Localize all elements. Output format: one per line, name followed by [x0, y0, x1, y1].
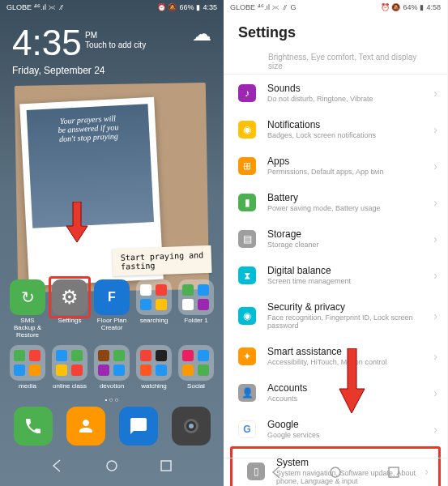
home-screen: GLOBE ⁴⁶.ıl ⩙ ⫽ ⏰ 🔕 66% ▮ 4:35 4:35 PM T… [0, 0, 224, 486]
settings-list[interactable]: ♪SoundsDo not disturb, Ringtone, Vibrate… [224, 75, 447, 486]
page-indicator[interactable]: • ○ ○ [6, 396, 217, 403]
folder-searching[interactable]: searching [135, 279, 173, 339]
status-bar: GLOBE ⁴⁶.ıl ⩙ ⫽ ⏰ 🔕 66% ▮ 4:35 [0, 0, 224, 15]
folder-media[interactable]: media [9, 345, 46, 390]
weather-icon[interactable]: ☁ [192, 23, 211, 45]
svg-point-3 [107, 461, 117, 471]
svg-point-5 [331, 467, 340, 477]
folder-social[interactable]: Social [177, 345, 215, 390]
google-icon: G [238, 420, 256, 438]
annotation-arrow-icon [338, 348, 366, 413]
settings-item-digital-balance[interactable]: ⧗Digital balanceScreen time management› [224, 257, 447, 293]
accounts-icon: 👤 [238, 384, 256, 402]
app-floorplan[interactable]: FFloor Plan Creator [93, 279, 130, 339]
app-sms-backup[interactable]: ↻SMS Backup & Restore [9, 279, 46, 339]
add-city-label: Touch to add city [85, 40, 146, 49]
settings-item-smart-assistance[interactable]: ✦Smart assistanceAccessibility, HiTouch,… [224, 338, 447, 374]
battery-percent: 66% [179, 3, 194, 11]
sounds-icon: ♪ [238, 84, 256, 102]
folder-1[interactable]: Folder 1 [177, 279, 215, 339]
dock-phone[interactable] [14, 407, 53, 446]
svg-point-2 [189, 424, 194, 428]
settings-item-security[interactable]: ◉Security & privacyFace recognition, Fin… [224, 293, 447, 338]
shield-icon: ◉ [238, 307, 256, 325]
chevron-right-icon: › [433, 160, 437, 173]
nav-recent[interactable] [159, 458, 173, 473]
app-row-2: media online class devotion watching Soc… [6, 345, 217, 390]
signal-icon: ⁴⁶.ıl ⩙ ⫽ [34, 3, 65, 11]
chevron-right-icon: › [433, 386, 437, 399]
battery-icon: ▮ [238, 194, 256, 211]
annotation-arrow-icon [65, 202, 89, 242]
nav-recent[interactable] [386, 465, 401, 480]
settings-item-google[interactable]: GGoogleGoogle services› [224, 411, 447, 447]
app-row-1: ↻SMS Backup & Restore ⚙Settings FFloor P… [6, 279, 217, 339]
chevron-right-icon: › [433, 350, 437, 363]
settings-item-notifications[interactable]: ◉NotificationsBadges, Lock screen notifi… [224, 111, 447, 147]
dock-camera[interactable] [172, 407, 211, 446]
date-display: Friday, September 24 [12, 65, 146, 76]
carrier-label: GLOBE [230, 3, 255, 11]
chevron-right-icon: › [433, 423, 437, 436]
nav-home[interactable] [328, 465, 343, 480]
carrier-label: GLOBE [6, 3, 32, 11]
apps-icon: ⊞ [238, 157, 256, 175]
chevron-right-icon: › [433, 123, 437, 136]
nav-bar [224, 458, 447, 486]
chevron-right-icon: › [433, 232, 437, 245]
status-time: 4:35 [203, 3, 217, 11]
dock [6, 407, 217, 446]
svg-rect-4 [161, 461, 171, 471]
clock-widget[interactable]: 4:35 PM Touch to add city Friday, Septem… [0, 15, 224, 80]
widget-photo: Your prayers will be answered if you don… [16, 84, 207, 291]
settings-header: Settings [224, 15, 447, 48]
digital-balance-icon: ⧗ [238, 266, 256, 284]
dock-messages[interactable] [119, 407, 158, 446]
storage-icon: ▤ [238, 230, 256, 248]
notifications-icon: ◉ [238, 121, 256, 139]
battery-icon: ▮ [420, 3, 424, 11]
folder-watching[interactable]: watching [135, 345, 173, 390]
chevron-right-icon: › [433, 269, 437, 282]
status-bar: GLOBE ⁴⁶.ıl ⩙ ⫽ G ⏰ 🔕 64% ▮ 4:58 [224, 0, 447, 15]
nav-back[interactable] [270, 465, 284, 480]
chevron-right-icon: › [433, 87, 437, 100]
settings-item-accounts[interactable]: 👤AccountsAccounts› [224, 374, 447, 411]
settings-item-sounds[interactable]: ♪SoundsDo not disturb, Ringtone, Vibrate… [224, 75, 447, 111]
app-settings[interactable]: ⚙Settings [51, 279, 88, 339]
ampm-label: PM [85, 31, 97, 40]
chevron-right-icon: › [433, 309, 437, 322]
smart-assist-icon: ✦ [238, 347, 256, 365]
battery-icon: ▮ [196, 3, 200, 11]
time-display: 4:35 [12, 23, 82, 63]
battery-percent: 64% [403, 3, 417, 11]
dock-contacts[interactable] [66, 407, 105, 446]
page-title: Settings [238, 24, 433, 41]
svg-rect-6 [389, 467, 399, 477]
folder-devotion[interactable]: devotion [93, 345, 130, 390]
signal-icon: ⁴⁶.ıl ⩙ ⫽ G [258, 3, 297, 11]
settings-item-storage[interactable]: ▤StorageStorage cleaner› [224, 220, 447, 257]
note-sticker: Start praying and fasting [112, 245, 211, 276]
display-item-sub[interactable]: Brightness, Eye comfort, Text and displa… [224, 48, 447, 75]
chevron-right-icon: › [433, 196, 437, 209]
folder-online-class[interactable]: online class [51, 345, 88, 390]
alarm-icon: ⏰ 🔕 [157, 3, 177, 11]
settings-item-battery[interactable]: ▮BatteryPower saving mode, Battery usage… [224, 184, 447, 220]
alarm-icon: ⏰ 🔕 [381, 3, 401, 11]
annotation-highlight [49, 276, 91, 318]
status-time: 4:58 [426, 3, 441, 11]
nav-home[interactable] [105, 458, 119, 473]
settings-item-apps[interactable]: ⊞AppsPermissions, Default apps, App twin… [224, 147, 447, 184]
settings-screen: GLOBE ⁴⁶.ıl ⩙ ⫽ G ⏰ 🔕 64% ▮ 4:58 Setting… [224, 0, 447, 486]
nav-back[interactable] [50, 458, 65, 473]
nav-bar [6, 452, 217, 480]
